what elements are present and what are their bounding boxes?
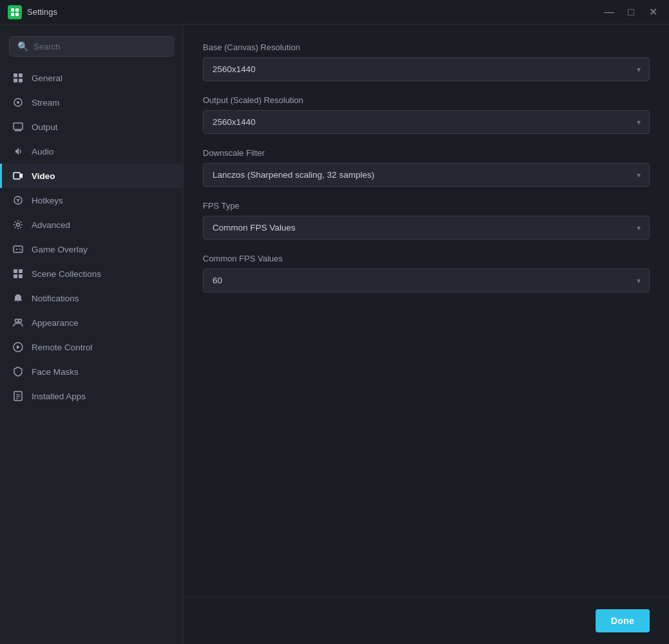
sidebar-item-video[interactable]: Video bbox=[0, 164, 183, 188]
settings-content: Base (Canvas) Resolution1920x10802560x14… bbox=[184, 24, 669, 644]
sidebar-item-face-masks[interactable]: Face Masks bbox=[0, 359, 183, 384]
svg-rect-23 bbox=[14, 269, 17, 273]
label-downscale-filter: Downscale Filter bbox=[203, 148, 650, 158]
form-row-fps-type: FPS TypeCommon FPS ValuesInteger FPS Val… bbox=[203, 201, 650, 240]
sidebar-item-label-notifications: Notifications bbox=[32, 294, 79, 303]
svg-rect-14 bbox=[14, 173, 20, 179]
hotkeys-icon bbox=[12, 194, 24, 206]
label-common-fps-values: Common FPS Values bbox=[203, 254, 650, 263]
installed-apps-icon bbox=[12, 390, 24, 402]
svg-rect-3 bbox=[15, 13, 19, 16]
video-settings-form: Base (Canvas) Resolution1920x10802560x14… bbox=[203, 43, 650, 292]
select-fps-type[interactable]: Common FPS ValuesInteger FPS ValueFracti… bbox=[203, 216, 650, 240]
scene-collections-icon bbox=[12, 268, 24, 279]
sidebar-item-output[interactable]: Output bbox=[0, 115, 183, 139]
output-icon bbox=[12, 121, 24, 133]
sidebar-item-label-general: General bbox=[32, 73, 62, 83]
game-overlay-icon bbox=[12, 243, 24, 255]
minimize-button[interactable]: — bbox=[601, 4, 617, 21]
sidebar-item-general[interactable]: General bbox=[0, 66, 183, 90]
done-button[interactable]: Done bbox=[596, 609, 650, 632]
sidebar-item-audio[interactable]: Audio bbox=[0, 139, 183, 164]
search-box: 🔍 bbox=[9, 36, 174, 57]
svg-point-21 bbox=[19, 249, 21, 250]
svg-point-9 bbox=[17, 101, 19, 104]
label-output-scaled-resolution: Output (Scaled) Resolution bbox=[203, 95, 650, 105]
close-button[interactable]: ✕ bbox=[645, 4, 661, 21]
svg-rect-0 bbox=[11, 8, 14, 12]
sidebar-item-label-scene-collections: Scene Collections bbox=[32, 269, 101, 279]
sidebar-item-game-overlay[interactable]: Game Overlay bbox=[0, 237, 183, 261]
sidebar-item-stream[interactable]: Stream bbox=[0, 90, 183, 115]
sidebar-item-label-face-masks: Face Masks bbox=[32, 367, 79, 377]
select-wrapper-output-scaled-resolution: 1920x10802560x14403840x21601280x720▾ bbox=[203, 110, 650, 134]
select-base-canvas-resolution[interactable]: 1920x10802560x14403840x21601280x720 bbox=[203, 57, 650, 81]
svg-rect-24 bbox=[19, 269, 23, 273]
select-wrapper-downscale-filter: Bilinear (Fastest, but blurry)Bicubic (S… bbox=[203, 163, 650, 187]
sidebar-item-label-advanced: Advanced bbox=[32, 220, 70, 230]
sidebar: 🔍 GeneralStreamOutputAudioVideoHotkeysAd… bbox=[0, 24, 184, 644]
select-wrapper-fps-type: Common FPS ValuesInteger FPS ValueFracti… bbox=[203, 216, 650, 240]
form-row-output-scaled-resolution: Output (Scaled) Resolution1920x10802560x… bbox=[203, 95, 650, 134]
svg-rect-4 bbox=[14, 73, 17, 77]
main-layout: 🔍 GeneralStreamOutputAudioVideoHotkeysAd… bbox=[0, 24, 669, 644]
sidebar-item-installed-apps[interactable]: Installed Apps bbox=[0, 384, 183, 408]
select-wrapper-base-canvas-resolution: 1920x10802560x14403840x21601280x720▾ bbox=[203, 57, 650, 81]
sidebar-item-label-appearance: Appearance bbox=[32, 318, 79, 328]
sidebar-item-advanced[interactable]: Advanced bbox=[0, 213, 183, 237]
window-title: Settings bbox=[27, 7, 601, 17]
notifications-icon bbox=[12, 292, 24, 304]
sidebar-item-remote-control[interactable]: Remote Control bbox=[0, 335, 183, 359]
window-controls: — □ ✕ bbox=[601, 4, 661, 21]
video-icon bbox=[12, 170, 24, 182]
sidebar-item-scene-collections[interactable]: Scene Collections bbox=[0, 261, 183, 286]
sidebar-item-hotkeys[interactable]: Hotkeys bbox=[0, 188, 183, 213]
nav-list: GeneralStreamOutputAudioVideoHotkeysAdva… bbox=[0, 66, 183, 408]
form-row-downscale-filter: Downscale FilterBilinear (Fastest, but b… bbox=[203, 148, 650, 187]
svg-rect-10 bbox=[14, 123, 23, 129]
sidebar-item-label-video: Video bbox=[32, 171, 55, 181]
search-wrapper: 🔍 bbox=[0, 32, 183, 66]
svg-rect-26 bbox=[19, 274, 23, 278]
stream-icon bbox=[12, 97, 24, 108]
appearance-icon bbox=[12, 317, 24, 328]
select-common-fps-values[interactable]: 242529.9730485059.9460 bbox=[203, 269, 650, 292]
select-output-scaled-resolution[interactable]: 1920x10802560x14403840x21601280x720 bbox=[203, 110, 650, 134]
form-row-common-fps-values: Common FPS Values242529.9730485059.9460▾ bbox=[203, 254, 650, 292]
app-logo bbox=[8, 5, 22, 19]
svg-point-17 bbox=[17, 223, 20, 227]
label-fps-type: FPS Type bbox=[203, 201, 650, 211]
select-downscale-filter[interactable]: Bilinear (Fastest, but blurry)Bicubic (S… bbox=[203, 163, 650, 187]
sidebar-item-label-remote-control: Remote Control bbox=[32, 343, 93, 352]
maximize-button[interactable]: □ bbox=[623, 4, 639, 21]
svg-rect-25 bbox=[14, 274, 17, 278]
grid-icon bbox=[12, 72, 24, 84]
sidebar-item-label-hotkeys: Hotkeys bbox=[32, 196, 63, 205]
sidebar-item-label-installed-apps: Installed Apps bbox=[32, 392, 86, 401]
face-masks-icon bbox=[12, 366, 24, 377]
sidebar-item-label-game-overlay: Game Overlay bbox=[32, 245, 88, 254]
svg-marker-30 bbox=[17, 345, 20, 349]
sidebar-item-notifications[interactable]: Notifications bbox=[0, 286, 183, 310]
svg-point-28 bbox=[19, 319, 22, 323]
svg-rect-5 bbox=[19, 73, 23, 77]
svg-rect-1 bbox=[15, 8, 19, 12]
svg-rect-2 bbox=[11, 13, 14, 16]
svg-rect-7 bbox=[19, 79, 23, 82]
search-input[interactable] bbox=[33, 42, 165, 52]
remote-control-icon bbox=[12, 341, 24, 353]
titlebar: Settings — □ ✕ bbox=[0, 0, 669, 24]
sidebar-item-label-audio: Audio bbox=[32, 147, 54, 156]
sidebar-item-appearance[interactable]: Appearance bbox=[0, 310, 183, 335]
search-icon: 🔍 bbox=[17, 41, 28, 52]
sidebar-item-label-output: Output bbox=[32, 122, 58, 132]
sidebar-item-label-stream: Stream bbox=[32, 98, 60, 108]
svg-rect-31 bbox=[14, 392, 22, 401]
bottom-bar: Done bbox=[184, 597, 669, 644]
svg-point-22 bbox=[20, 249, 21, 251]
audio-icon bbox=[12, 146, 24, 157]
svg-rect-6 bbox=[14, 79, 17, 82]
svg-rect-18 bbox=[14, 246, 23, 252]
advanced-icon bbox=[12, 219, 24, 231]
select-wrapper-common-fps-values: 242529.9730485059.9460▾ bbox=[203, 269, 650, 292]
